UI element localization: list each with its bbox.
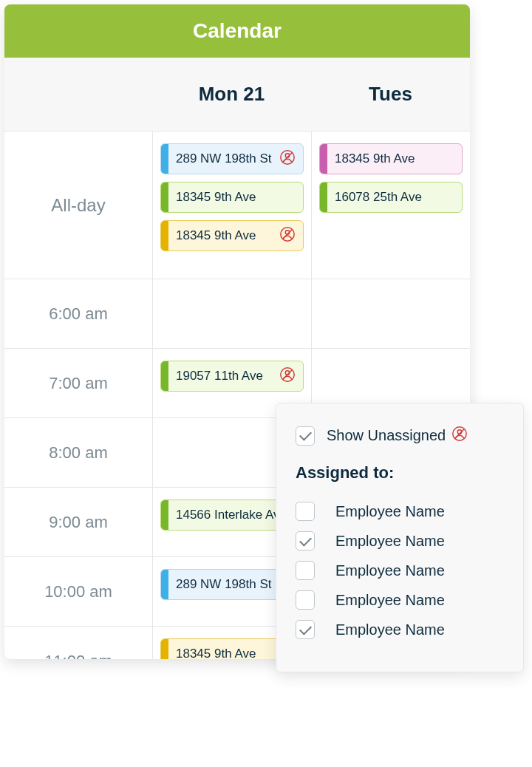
cell-tue-6[interactable]	[311, 279, 470, 348]
show-unassigned-text: Show Unassigned	[327, 427, 446, 444]
filter-panel: Show Unassigned Assigned to: Employee Na…	[276, 403, 524, 672]
employee-row[interactable]: Employee Name	[296, 502, 504, 521]
event-color-stripe	[161, 183, 168, 212]
event-color-stripe	[161, 639, 168, 659]
event-color-stripe	[320, 183, 327, 212]
calendar-event[interactable]: 18345 9th Ave	[160, 220, 304, 251]
time-label-11: 11:00 am	[4, 627, 152, 659]
cell-mon-allday[interactable]: 289 NW 198th St 18345 9th Ave18345 9th A…	[152, 132, 311, 279]
time-label-7: 7:00 am	[4, 349, 152, 417]
cell-mon-6[interactable]	[152, 279, 311, 348]
row-6am: 6:00 am	[4, 279, 470, 349]
unassigned-icon	[279, 226, 296, 245]
calendar-event[interactable]: 19057 11th Ave	[160, 361, 304, 392]
time-label-8: 8:00 am	[4, 418, 152, 487]
event-label: 18345 9th Ave	[327, 151, 462, 166]
event-color-stripe	[161, 144, 168, 174]
day-header-row: Mon 21 Tues	[4, 58, 470, 132]
time-label-10: 10:00 am	[4, 557, 152, 626]
unassigned-person-icon	[279, 149, 296, 166]
employee-checkbox[interactable]	[296, 561, 315, 580]
event-color-stripe	[161, 361, 168, 391]
show-unassigned-checkbox[interactable]	[296, 426, 315, 446]
event-color-stripe	[161, 221, 168, 250]
employee-list: Employee NameEmployee NameEmployee NameE…	[296, 502, 504, 639]
employee-row[interactable]: Employee Name	[296, 620, 504, 639]
page-title: Calendar	[4, 4, 470, 58]
employee-label: Employee Name	[335, 621, 445, 638]
row-allday: All-day 289 NW 198th St 18345 9th Ave183…	[4, 132, 470, 279]
assigned-to-title: Assigned to:	[296, 463, 504, 483]
employee-label: Employee Name	[335, 533, 445, 550]
time-label-6: 6:00 am	[4, 279, 152, 348]
employee-label: Employee Name	[335, 562, 445, 579]
day-header-tue[interactable]: Tues	[311, 58, 470, 131]
event-color-stripe	[320, 144, 327, 174]
show-unassigned-label: Show Unassigned	[327, 426, 468, 446]
event-color-stripe	[161, 570, 168, 599]
unassigned-icon	[279, 367, 296, 386]
event-label: 16078 25th Ave	[327, 190, 462, 205]
calendar-event[interactable]: 18345 9th Ave	[319, 143, 463, 174]
unassigned-person-icon	[279, 367, 296, 383]
event-color-stripe	[161, 500, 168, 530]
employee-checkbox[interactable]	[296, 620, 315, 639]
calendar-event[interactable]: 16078 25th Ave	[319, 182, 463, 213]
day-header-mon[interactable]: Mon 21	[152, 58, 311, 131]
calendar-event[interactable]: 289 NW 198th St	[160, 143, 304, 174]
calendar-event[interactable]: 18345 9th Ave	[160, 182, 304, 213]
employee-row[interactable]: Employee Name	[296, 531, 504, 550]
unassigned-icon	[279, 149, 296, 168]
show-unassigned-row[interactable]: Show Unassigned	[296, 426, 504, 446]
unassigned-icon	[451, 426, 468, 446]
unassigned-person-icon	[451, 426, 468, 442]
unassigned-person-icon	[279, 226, 296, 242]
allday-label: All-day	[4, 132, 152, 279]
employee-row[interactable]: Employee Name	[296, 561, 504, 580]
employee-checkbox[interactable]	[296, 531, 315, 550]
event-label: 289 NW 198th St	[168, 151, 279, 166]
employee-label: Employee Name	[335, 592, 445, 609]
event-label: 18345 9th Ave	[168, 228, 279, 243]
day-header-spacer	[4, 58, 152, 131]
event-label: 19057 11th Ave	[168, 369, 279, 384]
employee-row[interactable]: Employee Name	[296, 590, 504, 610]
event-label: 18345 9th Ave	[168, 190, 303, 205]
cell-tue-allday[interactable]: 18345 9th Ave16078 25th Ave	[311, 132, 470, 279]
employee-checkbox[interactable]	[296, 590, 315, 610]
time-label-9: 9:00 am	[4, 488, 152, 556]
employee-checkbox[interactable]	[296, 502, 315, 521]
employee-label: Employee Name	[335, 503, 445, 520]
